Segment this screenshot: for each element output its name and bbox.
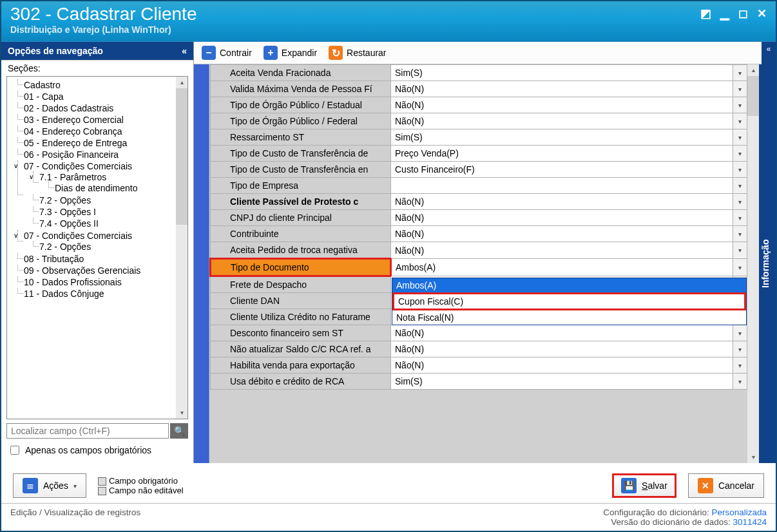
tree-scrollbar[interactable]: ▴▾	[176, 77, 187, 419]
property-label: Cliente Utiliza Crédito no Faturame	[211, 309, 391, 325]
property-value[interactable]: Não(N)▾	[391, 113, 747, 129]
restore-button[interactable]: ↻Restaurar	[329, 46, 386, 60]
chevron-down-icon[interactable]: ▾	[733, 226, 747, 242]
restore-icon: ↻	[329, 46, 343, 60]
property-label: Desconto financeiro sem ST	[211, 325, 391, 341]
dropdown-menu[interactable]: Ambos(A)Cupon Fiscal(C)Nota Fiscal(N)	[392, 278, 747, 325]
property-label: Tipo de Empresa	[211, 178, 391, 194]
nav-collapse-icon[interactable]: «	[182, 46, 187, 56]
chevron-down-icon[interactable]: ▾	[733, 357, 747, 373]
expand-button[interactable]: +Expandir	[264, 46, 317, 60]
chevron-down-icon[interactable]: ▾	[733, 325, 747, 341]
dict-version-link[interactable]: 3011424	[733, 517, 767, 527]
property-value[interactable]: Não(N)▾	[391, 357, 747, 374]
property-label: Aceita Venda Fracionada	[211, 65, 391, 81]
app-window: 302 - Cadastrar Cliente Distribuição e V…	[0, 0, 777, 532]
chevron-down-icon[interactable]: ▾	[733, 374, 747, 389]
tree-item[interactable]: Dias de atendimento	[48, 182, 175, 194]
tree-item[interactable]: 03 - Endereço Comercial	[17, 114, 175, 126]
tree-item[interactable]: 08 - Tributação	[17, 253, 175, 265]
dropdown-option[interactable]: Ambos(A)	[392, 278, 746, 292]
footer: ≣ Ações ▾ Campo obrigatório Campo não ed…	[1, 463, 776, 503]
grid-scrollbar[interactable]: ▴▾	[747, 64, 759, 463]
property-value[interactable]: Sim(S)▾	[391, 374, 747, 390]
status-left: Edição / Visualização de registros	[10, 508, 140, 527]
tree-item[interactable]: 7.4 - Opções II	[33, 218, 175, 229]
property-value[interactable]: Não(N)▾	[391, 242, 747, 259]
tree-item[interactable]: Cadastro	[17, 79, 175, 91]
tree-item[interactable]: 04 - Endereço Cobrança	[17, 126, 175, 137]
save-icon: 💾	[621, 478, 637, 493]
window-close-icon[interactable]: ✕	[757, 6, 767, 21]
search-input[interactable]	[6, 423, 169, 439]
tree-item[interactable]: ∨07 - Condições Comerciais ∨7.1 - Parâme…	[17, 160, 175, 230]
chevron-down-icon[interactable]: ▾	[733, 210, 747, 225]
chevron-down-icon[interactable]: ▾	[733, 341, 747, 357]
right-collapse-icon[interactable]: «	[762, 42, 776, 64]
only-required-checkbox[interactable]: Apenas os campos obrigatórios	[1, 441, 193, 463]
chevron-down-icon[interactable]: ▾	[733, 194, 747, 209]
property-value[interactable]: Não(N)▾	[391, 341, 747, 357]
property-label: Usa débito e crédito de RCA	[211, 374, 391, 390]
nav-tree[interactable]: Cadastro 01 - Capa 02 - Dados Cadastrais…	[7, 77, 176, 419]
property-value[interactable]: Sim(S)▾	[391, 65, 747, 81]
property-value[interactable]: Preço Venda(P)▾	[391, 146, 747, 162]
window-maximize-icon[interactable]: ◻	[738, 6, 748, 21]
property-label: Ressarcimento ST	[211, 129, 391, 146]
chevron-down-icon[interactable]: ▾	[733, 178, 747, 193]
collapse-button[interactable]: −Contrair	[202, 46, 252, 60]
dict-config-link[interactable]: Personalizada	[711, 508, 767, 517]
chevron-down-icon: ∨	[14, 162, 20, 169]
chevron-down-icon[interactable]: ▾	[733, 113, 747, 129]
property-value[interactable]: Sim(S)▾	[391, 129, 747, 146]
property-label: Tipo de Custo de Transferência de	[211, 146, 391, 162]
property-value[interactable]: Ambos(A)▾Ambos(A)Cupon Fiscal(C)Nota Fis…	[391, 259, 747, 276]
property-label: Não atualizar Saldo C/C RCA ref. a	[211, 341, 391, 357]
search-button[interactable]: 🔍	[170, 423, 188, 439]
actions-button[interactable]: ≣ Ações ▾	[13, 473, 86, 498]
tree-item[interactable]: 02 - Dados Cadastrais	[17, 102, 175, 114]
save-button[interactable]: 💾 SSalvaralvar	[612, 473, 676, 498]
property-value[interactable]: Não(N)▾	[391, 81, 747, 97]
tree-item[interactable]: 01 - Capa	[17, 91, 175, 102]
legend: Campo obrigatório Campo não editável	[98, 476, 184, 495]
property-label: Aceita Pedido de troca negativa	[211, 242, 391, 259]
tree-item[interactable]: ∨7.1 - Parâmetros Dias de atendimento	[33, 171, 175, 195]
chevron-down-icon[interactable]: ▾	[733, 259, 747, 276]
property-value[interactable]: Custo Financeiro(F)▾	[391, 162, 747, 178]
chevron-down-icon[interactable]: ▾	[733, 65, 747, 81]
window-help-icon[interactable]: ◩	[700, 6, 711, 21]
chevron-down-icon[interactable]: ▾	[733, 146, 747, 161]
chevron-down-icon[interactable]: ▾	[733, 97, 747, 113]
chevron-down-icon[interactable]: ▾	[733, 129, 747, 145]
tree-item[interactable]: 7.3 - Opções I	[33, 206, 175, 218]
property-label: Habilita venda para exportação	[211, 357, 391, 374]
close-icon: ✕	[698, 478, 713, 493]
actions-icon: ≣	[23, 478, 38, 493]
tree-item[interactable]: 05 - Endereço de Entrega	[17, 137, 175, 149]
tree-item[interactable]: 10 - Dados Profissionais	[17, 276, 175, 288]
tree-item[interactable]: 06 - Posição Financeira	[17, 149, 175, 160]
property-value[interactable]: Não(N)▾	[391, 325, 747, 341]
chevron-down-icon[interactable]: ▾	[733, 162, 747, 177]
dropdown-option[interactable]: Nota Fiscal(N)	[392, 310, 746, 325]
plus-icon: +	[264, 46, 278, 60]
property-value[interactable]: Não(N)▾	[391, 194, 747, 210]
chevron-down-icon[interactable]: ▾	[733, 242, 747, 258]
cancel-button[interactable]: ✕ Cancelar	[688, 473, 764, 498]
property-value[interactable]: ▾	[391, 178, 747, 194]
tree-item[interactable]: 09 - Observações Gerenciais	[17, 265, 175, 276]
grid-gutter	[194, 64, 209, 463]
tree-item[interactable]: 11 - Dados Cônjuge	[17, 288, 175, 299]
property-value[interactable]: Não(N)▾	[391, 210, 747, 226]
tree-item[interactable]: 7.2 - Opções	[33, 195, 175, 206]
dropdown-option[interactable]: Cupon Fiscal(C)	[392, 292, 746, 310]
tree-item[interactable]: 7.2 - Opções	[33, 241, 175, 252]
chevron-down-icon: ∨	[14, 232, 20, 238]
property-value[interactable]: Não(N)▾	[391, 97, 747, 113]
window-minimize-icon[interactable]: ▁	[720, 6, 729, 21]
property-value[interactable]: Não(N)▾	[391, 226, 747, 242]
info-tab[interactable]: Informação	[759, 64, 776, 463]
chevron-down-icon[interactable]: ▾	[733, 81, 747, 97]
tree-item[interactable]: ∨07 - Condições Comerciais 7.2 - Opções	[17, 230, 175, 253]
